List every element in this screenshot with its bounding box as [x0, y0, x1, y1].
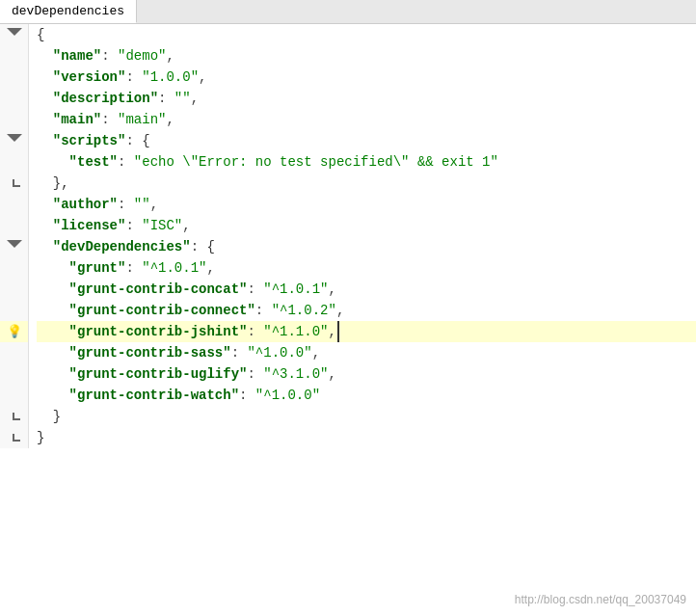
code-line: }: [37, 406, 696, 427]
code-line: "grunt-contrib-connect": "^1.0.2",: [37, 300, 696, 321]
token-punct: :: [125, 215, 142, 236]
collapse-icon[interactable]: [7, 134, 22, 147]
collapse-icon[interactable]: [7, 240, 22, 254]
line-marker: [0, 67, 28, 88]
line-marker: [0, 194, 28, 215]
token-key: "license": [53, 215, 126, 236]
token-punct: :: [118, 151, 134, 173]
token-key: "scripts": [53, 130, 126, 151]
indent: [37, 300, 69, 321]
token-str: "main": [118, 109, 166, 130]
token-key: "main": [53, 109, 101, 130]
tab-devdependencies[interactable]: devDependencies: [0, 0, 137, 23]
token-brace: }: [53, 406, 61, 427]
line-marker: [0, 363, 28, 385]
code-line: "grunt-contrib-sass": "^1.0.0",: [37, 342, 696, 363]
indent: [37, 45, 53, 67]
code-line: "license": "ISC",: [37, 215, 696, 236]
line-marker: [0, 151, 28, 173]
token-punct: ,: [206, 257, 214, 279]
token-key: "grunt-contrib-watch": [69, 385, 239, 406]
indent: [37, 67, 53, 88]
token-punct: :: [247, 321, 263, 342]
token-key: "grunt-contrib-jshint": [69, 321, 248, 342]
token-punct: ,: [150, 194, 158, 215]
end-marker: [13, 413, 20, 420]
token-key: "grunt-contrib-concat": [69, 279, 248, 300]
line-marker: [0, 45, 28, 67]
end-marker: [13, 179, 20, 187]
line-marker: [0, 427, 28, 448]
line-marker: [0, 342, 28, 363]
token-str: "^1.0.1": [263, 279, 328, 300]
line-marker[interactable]: [0, 130, 28, 151]
code-line: "name": "demo",: [37, 45, 696, 67]
token-str: "^3.1.0": [263, 363, 328, 385]
indent: [37, 257, 69, 279]
token-str: "^1.0.0": [247, 342, 311, 363]
line-marker: [0, 279, 28, 300]
code-line: "scripts": {: [37, 130, 696, 151]
line-marker: [0, 300, 28, 321]
token-str: "1.0.0": [142, 67, 199, 88]
line-marker[interactable]: [0, 24, 28, 45]
token-punct: ,: [328, 321, 335, 342]
token-punct: :: [255, 300, 272, 321]
code-content: { "name": "demo", "version": "1.0.0", "d…: [29, 24, 696, 448]
code-line: "grunt-contrib-watch": "^1.0.0": [37, 385, 696, 406]
indent: [37, 173, 53, 194]
token-str: "echo \"Error: no test specified\" && ex…: [134, 151, 498, 173]
token-punct: ,: [328, 363, 335, 385]
token-punct: :: [239, 385, 255, 406]
token-punct: :: [125, 130, 142, 151]
token-str: "": [174, 88, 191, 109]
indent: [37, 151, 69, 173]
token-str: "^1.0.1": [142, 257, 206, 279]
token-punct: ,: [166, 45, 174, 67]
code-line: },: [37, 173, 696, 194]
token-punct: ,: [182, 215, 190, 236]
token-punct: :: [125, 67, 142, 88]
line-marker: [0, 173, 28, 194]
line-markers: 💡: [0, 24, 29, 448]
token-punct: :: [101, 109, 118, 130]
indent: [37, 88, 53, 109]
code-line: "description": "",: [37, 88, 696, 109]
token-punct: :: [247, 279, 263, 300]
line-marker: [0, 257, 28, 279]
token-key: "author": [53, 194, 118, 215]
code-line: "test": "echo \"Error: no test specified…: [37, 151, 696, 173]
indent: [37, 385, 69, 406]
line-marker: 💡: [0, 321, 28, 342]
token-key: "grunt-contrib-sass": [69, 342, 231, 363]
bulb-icon[interactable]: 💡: [7, 324, 22, 339]
code-area: 💡 { "name": "demo", "version": "1.0.0", …: [0, 24, 696, 448]
token-punct: ,: [191, 88, 199, 109]
code-line: "version": "1.0.0",: [37, 67, 696, 88]
token-key: "grunt": [69, 257, 126, 279]
indent: [37, 342, 69, 363]
indent: [37, 215, 53, 236]
tab-bar: devDependencies: [0, 0, 696, 24]
indent: [37, 363, 69, 385]
indent: [37, 406, 53, 427]
token-punct: :: [125, 257, 142, 279]
token-punct: :: [247, 363, 263, 385]
code-line: "grunt-contrib-concat": "^1.0.1",: [37, 279, 696, 300]
token-punct: :: [101, 45, 118, 67]
token-punct: ,: [312, 342, 320, 363]
editor-container: devDependencies 💡 { "name": "demo", "ver…: [0, 0, 696, 616]
token-key: "devDependencies": [53, 236, 191, 257]
collapse-icon[interactable]: [7, 28, 22, 41]
code-line: "devDependencies": {: [37, 236, 696, 257]
token-str: "ISC": [142, 215, 182, 236]
token-key: "description": [53, 88, 158, 109]
token-str: "^1.1.0": [263, 321, 328, 342]
token-punct: :: [158, 88, 174, 109]
line-marker[interactable]: [0, 236, 28, 257]
token-punct: :: [191, 236, 207, 257]
token-punct: ,: [166, 109, 174, 130]
token-key: "test": [69, 151, 118, 173]
line-marker: [0, 385, 28, 406]
code-line: "author": "",: [37, 194, 696, 215]
